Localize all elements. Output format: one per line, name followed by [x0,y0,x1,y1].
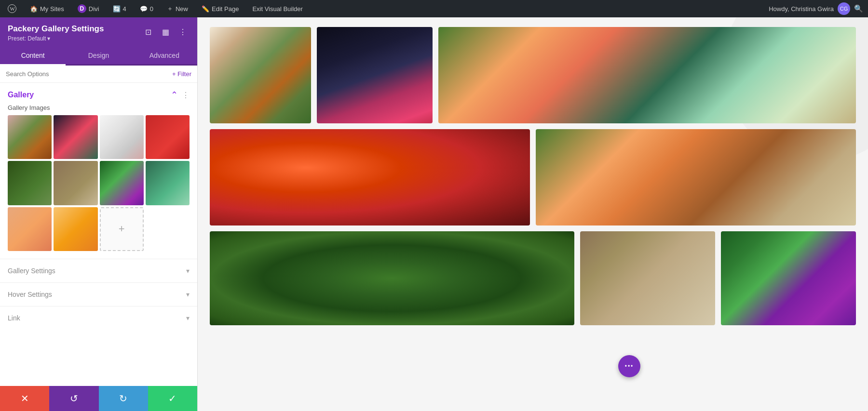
gallery-settings-title: Gallery Settings [8,267,55,275]
gallery-thumb-4[interactable] [146,115,190,159]
comments-menu[interactable]: 💬 0 [137,0,156,17]
main-layout: Packery Gallery Settings Preset: Default… [0,17,868,411]
main-content: ••• [198,17,868,411]
undo-icon: ↺ [70,393,78,404]
redo-button[interactable]: ↻ [99,386,148,411]
gallery-thumb-5[interactable] [8,161,52,205]
tab-content[interactable]: Content [0,47,66,66]
filter-label: + Filter [172,70,191,78]
packery-gallery [198,17,868,341]
new-label: New [176,5,188,13]
comments-count: 0 [150,5,153,13]
my-sites-label: My Sites [40,5,64,13]
redo-icon: ↻ [119,393,127,404]
gallery-settings-section: Gallery Settings [0,259,197,282]
save-button[interactable]: ✓ [148,386,197,411]
exit-builder-label: Exit Visual Builder [252,5,303,13]
updates-menu[interactable]: 🔄 4 [110,0,129,17]
gallery-thumb-3[interactable] [100,115,144,159]
gallery-menu-icon[interactable]: ⋮ [182,91,190,100]
sidebar-content: Gallery ⌃ ⋮ Gallery Images [0,83,197,386]
sidebar-toggle-icon[interactable]: ▦ [159,25,172,39]
avatar[interactable]: CG [838,2,850,15]
sidebar-title: Packery Gallery Settings [8,24,104,34]
gallery-cell-6[interactable] [210,231,574,325]
gallery-cell-2[interactable] [317,27,433,123]
gallery-settings-header[interactable]: Gallery Settings [0,259,197,282]
new-button[interactable]: ＋ New [164,0,191,17]
admin-bar-right: Howdy, Christina Gwira CG 🔍 [769,2,863,15]
gallery-thumb-add[interactable]: + [100,207,144,251]
undo-button[interactable]: ↺ [49,386,98,411]
exit-builder-button[interactable]: Exit Visual Builder [249,0,306,17]
gallery-cell-5[interactable] [536,129,856,225]
edit-icon: ✏️ [202,5,209,13]
gallery-section-header: Gallery ⌃ ⋮ [0,83,197,104]
link-arrow-icon [186,314,190,322]
fab-button[interactable]: ••• [618,355,640,377]
gallery-thumb-8[interactable] [146,161,190,205]
my-sites-icon: 🏠 [30,5,38,13]
cancel-button[interactable]: ✕ [0,386,49,411]
edit-page-label: Edit Page [212,5,239,13]
tab-design[interactable]: Design [66,47,131,66]
edit-page-button[interactable]: ✏️ Edit Page [199,0,242,17]
sidebar-header: Packery Gallery Settings Preset: Default… [0,17,197,47]
link-title: Link [8,314,20,322]
updates-icon: 🔄 [113,5,121,13]
gallery-settings-arrow-icon [186,267,190,275]
sidebar-more-icon[interactable]: ⋮ [176,25,190,39]
link-section: Link [0,306,197,330]
preset-label: Preset: Default [8,35,46,42]
my-sites-menu[interactable]: 🏠 My Sites [27,0,67,17]
hover-settings-section: Hover Settings [0,282,197,306]
gallery-thumbnail-grid: + [0,115,197,259]
gallery-collapse-icon[interactable]: ⌃ [171,90,178,100]
gallery-section-title: Gallery [8,91,34,99]
sidebar-toolbar: ✕ ↺ ↻ ✓ [0,386,197,411]
admin-search-icon[interactable]: 🔍 [854,4,863,13]
gallery-section: Gallery ⌃ ⋮ Gallery Images [0,83,197,259]
gallery-cell-4[interactable] [210,129,530,225]
wp-logo[interactable]: W [5,0,19,17]
wp-admin-bar: W 🏠 My Sites D Divi 🔄 4 💬 0 ＋ New ✏️ Edi… [0,0,868,17]
sidebar-tabs: Content Design Advanced [0,47,197,66]
hover-settings-title: Hover Settings [8,291,52,298]
sidebar-resize-icon[interactable]: ⊡ [141,25,155,39]
cancel-icon: ✕ [21,393,29,404]
sidebar-header-icons: ⊡ ▦ ⋮ [141,25,190,39]
gallery-thumb-6[interactable] [54,161,97,205]
hover-settings-arrow-icon [186,291,190,298]
gallery-cell-8[interactable] [721,231,856,325]
gallery-thumb-7[interactable] [100,161,144,205]
filter-button[interactable]: + Filter [172,70,191,78]
divi-icon: D [78,4,86,13]
gallery-section-controls: ⌃ ⋮ [171,90,190,100]
search-bar: + Filter [0,66,197,83]
gallery-cell-3[interactable] [438,27,856,123]
comments-icon: 💬 [140,5,148,13]
divi-label: Divi [89,5,99,13]
gallery-images-label: Gallery Images [0,104,197,115]
link-header[interactable]: Link [0,306,197,330]
tab-advanced[interactable]: Advanced [132,47,197,66]
gallery-thumb-10[interactable] [54,207,97,251]
gallery-row-1 [210,27,856,123]
gallery-cell-1[interactable] [210,27,311,123]
hover-settings-header[interactable]: Hover Settings [0,283,197,306]
updates-count: 4 [123,5,126,13]
svg-text:W: W [10,6,15,12]
gallery-thumb-9[interactable] [8,207,52,251]
gallery-thumb-2[interactable] [54,115,97,159]
sidebar: Packery Gallery Settings Preset: Default… [0,17,198,411]
save-icon: ✓ [168,393,176,404]
gallery-thumb-1[interactable] [8,115,52,159]
gallery-row-2 [210,129,856,225]
preset-dropdown[interactable]: Preset: Default ▾ [8,35,104,42]
fab-icon: ••• [625,363,634,370]
wp-icon: W [8,4,16,13]
search-input[interactable] [6,70,168,78]
divi-menu[interactable]: D Divi [75,0,102,17]
gallery-cell-7[interactable] [580,231,715,325]
plus-icon: ＋ [167,4,173,13]
